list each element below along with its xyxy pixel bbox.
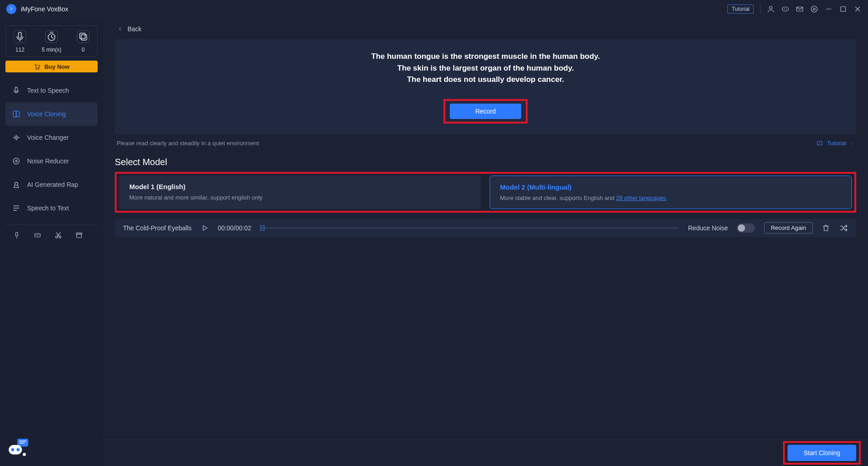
model-2-desc: More stable and clear, supports English … xyxy=(500,195,841,201)
voice-changer-icon xyxy=(12,133,21,142)
model-2-card[interactable]: Model 2 (Multi-lingual) More stable and … xyxy=(490,176,852,209)
sidebar-item-label: Text to Speech xyxy=(27,87,69,94)
mic-icon xyxy=(14,30,26,43)
svg-point-18 xyxy=(36,68,37,69)
archive-tool-icon[interactable] xyxy=(75,231,83,239)
model-1-title: Model 1 (English) xyxy=(129,183,471,190)
reduce-noise-toggle[interactable] xyxy=(737,223,755,233)
settings-icon[interactable] xyxy=(810,5,818,13)
player-time: 00:00/00:02 xyxy=(218,224,251,232)
divider xyxy=(5,224,98,225)
player-track[interactable] xyxy=(260,224,679,232)
noise-reducer-icon xyxy=(12,157,21,166)
svg-point-0 xyxy=(10,7,12,9)
convert-tool-icon[interactable] xyxy=(33,231,42,239)
buy-now-label: Buy Now xyxy=(44,63,70,70)
svg-rect-22 xyxy=(16,111,19,117)
user-icon[interactable] xyxy=(767,5,775,13)
close-icon[interactable] xyxy=(854,5,862,13)
copy-icon xyxy=(77,30,90,43)
select-model-heading: Select Model xyxy=(115,157,856,167)
svg-point-24 xyxy=(15,182,18,185)
svg-rect-20 xyxy=(15,87,18,92)
sidebar-item-label: Voice Changer xyxy=(27,134,69,141)
start-cloning-button[interactable]: Start Cloning xyxy=(788,445,856,461)
sidebar-item-noise-reducer[interactable]: Noise Reducer xyxy=(5,149,98,173)
back-button[interactable]: Back xyxy=(115,25,856,33)
svg-rect-16 xyxy=(81,35,87,40)
voice-cloning-icon xyxy=(12,109,21,119)
tutorial-link[interactable]: Tutorial xyxy=(816,140,854,147)
text-to-speech-icon xyxy=(12,86,21,95)
start-highlight: Start Cloning xyxy=(783,441,861,465)
svg-rect-6 xyxy=(797,7,803,11)
sidebar-item-voice-changer[interactable]: Voice Changer xyxy=(5,126,98,149)
sidebar-item-ai-generated-rap[interactable]: AI Generated Rap xyxy=(5,173,98,196)
stat-clones: 0 xyxy=(82,47,85,53)
svg-rect-13 xyxy=(19,32,22,38)
stat-characters: 112 xyxy=(15,47,24,53)
sidebar-item-speech-to-text[interactable]: Speech to Text xyxy=(5,196,98,220)
sidebar-item-voice-cloning[interactable]: Voice Cloning xyxy=(5,102,98,126)
read-line-1: The human tongue is the strongest muscle… xyxy=(124,51,847,62)
separator xyxy=(760,5,760,14)
sidebar-item-label: Speech to Text xyxy=(27,204,69,212)
svg-point-4 xyxy=(784,9,785,10)
read-line-2: The skin is the largest organ of the hum… xyxy=(124,62,847,74)
svg-point-35 xyxy=(11,448,14,452)
model-1-card[interactable]: Model 1 (English) More natural and more … xyxy=(119,176,481,209)
svg-marker-40 xyxy=(203,225,207,230)
svg-point-7 xyxy=(813,8,816,10)
sidebar-item-text-to-speech[interactable]: Text to Speech xyxy=(5,79,98,102)
chatbot-icon[interactable] xyxy=(6,438,30,460)
sidebar-item-label: Noise Reducer xyxy=(27,157,69,165)
minimize-icon[interactable] xyxy=(825,5,833,13)
svg-rect-3 xyxy=(782,7,788,11)
chevron-right-icon xyxy=(850,141,854,146)
svg-rect-30 xyxy=(76,233,82,234)
svg-marker-39 xyxy=(819,143,820,144)
model-1-desc: More natural and more similar, support e… xyxy=(129,194,471,201)
speech-to-text-icon xyxy=(12,204,21,213)
record-highlight: Record xyxy=(443,99,528,124)
titlebar-tutorial-button[interactable]: Tutorial xyxy=(727,5,754,14)
model-2-title: Model 2 (Multi-lingual) xyxy=(500,183,841,191)
tutorial-icon xyxy=(816,140,823,147)
shuffle-icon[interactable] xyxy=(839,223,848,233)
svg-rect-26 xyxy=(35,233,40,237)
record-button[interactable]: Record xyxy=(450,104,521,119)
ai-rap-icon xyxy=(12,180,21,189)
app-logo xyxy=(6,4,16,14)
chevron-left-icon xyxy=(118,26,123,32)
svg-rect-1 xyxy=(11,9,12,10)
recording-name: The Cold-Proof Eyeballs xyxy=(123,224,192,232)
svg-point-19 xyxy=(38,68,39,69)
sidebar-item-label: Voice Cloning xyxy=(27,110,66,118)
buy-now-button[interactable]: Buy Now xyxy=(5,61,98,72)
discord-icon[interactable] xyxy=(781,5,789,13)
read-hint: Please read clearly and steadily in a qu… xyxy=(117,140,259,147)
mail-icon[interactable] xyxy=(796,5,804,13)
timer-icon xyxy=(45,30,58,43)
models-highlight: Model 1 (English) More natural and more … xyxy=(115,172,856,213)
svg-point-37 xyxy=(23,453,26,456)
svg-point-8 xyxy=(811,6,817,12)
play-icon[interactable] xyxy=(201,224,209,232)
tutorial-label: Tutorial xyxy=(827,140,846,147)
reduce-noise-label: Reduce Noise xyxy=(688,224,728,232)
player-row: The Cold-Proof Eyeballs 00:00/00:02 Redu… xyxy=(115,219,856,237)
trash-icon[interactable] xyxy=(822,224,830,232)
cut-tool-icon[interactable] xyxy=(54,231,62,239)
svg-rect-17 xyxy=(80,33,85,38)
back-label: Back xyxy=(127,25,142,33)
maximize-icon[interactable] xyxy=(839,5,847,13)
stat-minutes: 5 min(s) xyxy=(42,47,61,53)
read-card: The human tongue is the strongest muscle… xyxy=(115,39,856,134)
stats-card: 112 5 min(s) 0 xyxy=(5,25,98,57)
record-again-button[interactable]: Record Again xyxy=(764,222,813,233)
languages-link[interactable]: 28 other languages xyxy=(616,195,666,201)
svg-point-2 xyxy=(769,6,772,9)
svg-point-5 xyxy=(786,9,787,10)
record-tool-icon[interactable] xyxy=(13,231,21,239)
svg-rect-10 xyxy=(841,7,846,12)
